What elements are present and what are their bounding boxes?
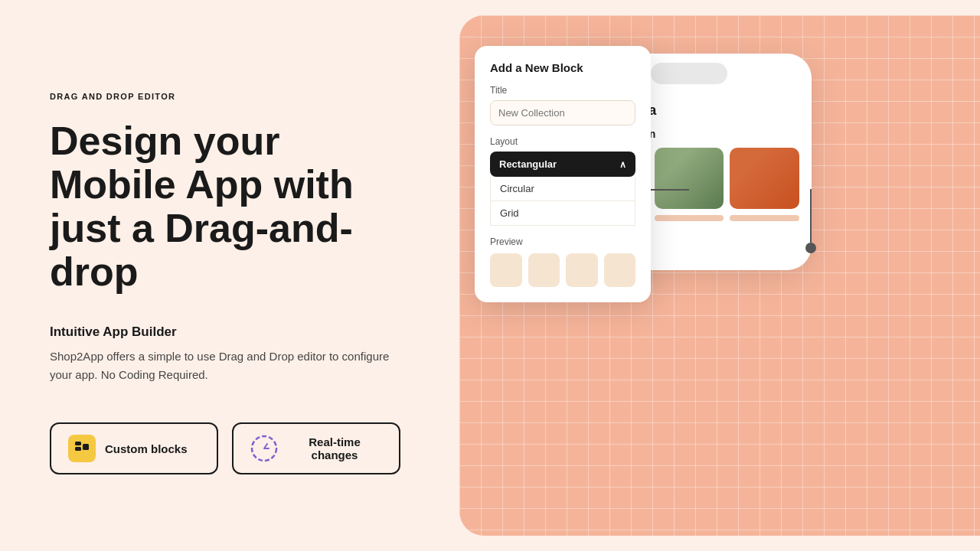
- modal-preview-label: Preview: [490, 236, 635, 247]
- left-section: DRAG AND DROP EDITOR Design your Mobile …: [0, 0, 459, 551]
- svg-rect-2: [83, 444, 89, 450]
- preview-sq-2: [528, 253, 560, 287]
- layout-dropdown-selected[interactable]: Rectangular ∧: [490, 152, 635, 177]
- preview-sq-1: [490, 253, 522, 287]
- headline: Design your Mobile App with just a Drag-…: [50, 119, 413, 295]
- description: Shop2App offers a simple to use Drag and…: [50, 347, 402, 384]
- preview-sq-4: [604, 253, 636, 287]
- product-label-2: [655, 215, 724, 221]
- layout-option-circular[interactable]: Circular: [490, 177, 635, 201]
- modal-title-label: Title: [490, 85, 635, 96]
- preview-sq-3: [566, 253, 598, 287]
- connector-line-h: [651, 189, 689, 191]
- realtime-button[interactable]: Real-time changes: [232, 422, 400, 474]
- modal-title-input[interactable]: [490, 100, 635, 126]
- layout-option-grid[interactable]: Grid: [490, 201, 635, 226]
- custom-blocks-label: Custom blocks: [105, 442, 188, 455]
- tag-label: DRAG AND DROP EDITOR: [50, 92, 413, 101]
- layout-selected-text: Rectangular: [499, 158, 557, 170]
- product-card-2: [655, 148, 724, 209]
- product-label-3: [730, 215, 799, 221]
- custom-blocks-icon: [68, 435, 96, 462]
- chevron-up-icon: ∧: [619, 159, 626, 170]
- svg-rect-0: [75, 442, 81, 445]
- product-card-3: [730, 148, 799, 209]
- modal-preview-squares: [490, 253, 635, 287]
- realtime-icon: [250, 435, 278, 462]
- custom-blocks-button[interactable]: Custom blocks: [50, 422, 218, 474]
- realtime-label: Real-time changes: [287, 435, 382, 461]
- modal-title: Add a New Block: [490, 61, 635, 74]
- phone-notch: [651, 63, 727, 84]
- connector-dot: [805, 243, 816, 253]
- modal-layout-label: Layout: [490, 136, 635, 147]
- svg-rect-1: [75, 447, 81, 451]
- connector-line-v: [810, 189, 812, 243]
- modal: Add a New Block Title Layout Rectangular…: [475, 46, 651, 302]
- sub-headline: Intuitive App Builder: [50, 324, 413, 340]
- right-section: Back, Anna New Collection Best Seller Ad…: [459, 15, 980, 536]
- cta-buttons: Custom blocks Real-time changes: [50, 422, 413, 474]
